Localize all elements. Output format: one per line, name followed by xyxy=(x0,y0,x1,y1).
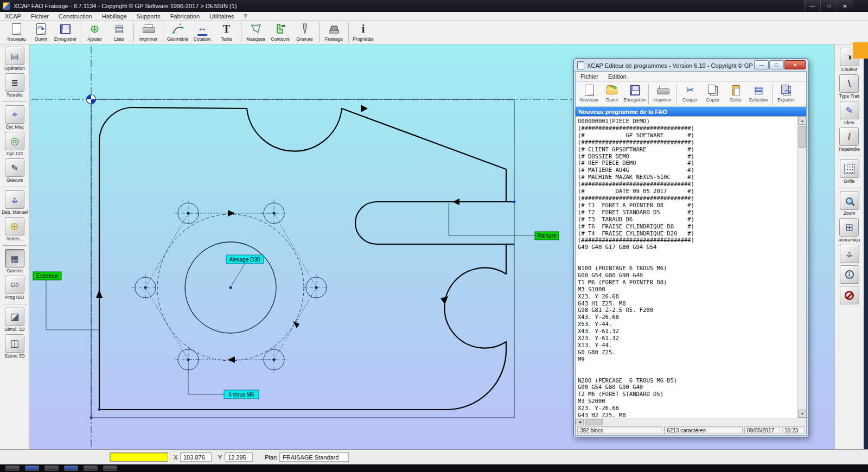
printer-icon xyxy=(657,84,668,97)
open-icon: ↷ xyxy=(36,22,46,36)
menu-fabrication[interactable]: Fabrication xyxy=(165,13,205,20)
taskbar-item[interactable] xyxy=(64,465,78,471)
tool-cyc-msq[interactable]: ⌖ Cyc Msq xyxy=(5,105,24,130)
minimize-button[interactable]: — xyxy=(804,0,820,12)
maximize-button[interactable]: □ xyxy=(820,0,837,12)
editor-restore-button[interactable]: □ xyxy=(769,60,784,69)
editor-vertical-scrollbar[interactable]: ▲ ▼ xyxy=(797,117,806,418)
geometry-icon xyxy=(172,22,184,36)
editor-export-button[interactable]: ↷ Exporter xyxy=(775,82,797,106)
tool-idem[interactable]: ✎ Idem xyxy=(840,101,859,125)
new-button[interactable]: Nouveau xyxy=(4,21,29,44)
svg-text:6 trous M6: 6 trous M6 xyxy=(228,392,254,398)
editor-selection-button[interactable]: ▤ Sélection xyxy=(747,82,770,106)
milling-button[interactable]: Fraisage xyxy=(322,21,346,44)
tool-line-type[interactable]: \ Type Trait xyxy=(839,74,859,99)
taskbar-item[interactable] xyxy=(25,465,39,471)
menu-xcap[interactable]: XCAP xyxy=(0,13,26,20)
characters-count: 6213 caractères xyxy=(664,426,743,434)
editor-titlebar[interactable]: XCAP Editeur de programmes - Version 6.1… xyxy=(575,60,807,71)
editor-print-button[interactable]: Imprimer xyxy=(651,82,674,106)
tool-panoramic[interactable]: ⊞ anoramiqu xyxy=(838,218,860,243)
redraw-info-button[interactable]: i xyxy=(840,265,859,284)
eye-info-icon: i xyxy=(840,265,859,284)
menu-construction[interactable]: Construction xyxy=(54,13,97,20)
tool-engrave[interactable]: ✎ Gravure xyxy=(5,158,24,183)
geometry-button[interactable]: Géométrie xyxy=(165,21,190,44)
dimension-button[interactable]: ↔ Cotation xyxy=(190,21,214,44)
editor-minimize-button[interactable]: — xyxy=(754,60,769,69)
open-folder-icon: ↷ xyxy=(607,84,617,97)
scroll-up-icon[interactable]: ▲ xyxy=(798,117,806,125)
menu-utilitaires[interactable]: Utilitaires xyxy=(205,13,239,20)
taskbar-item[interactable] xyxy=(103,465,117,471)
tool-turret[interactable]: ≣ Tourelle xyxy=(5,73,24,98)
add-button[interactable]: ⊕ Ajouter xyxy=(82,21,107,44)
scene-3d-icon: ◫ xyxy=(5,334,24,353)
pan-button[interactable]: ↔↕ xyxy=(840,245,859,263)
selection-page-icon: ▤ xyxy=(754,84,763,97)
scroll-thumb[interactable] xyxy=(799,126,806,148)
tool-operation[interactable]: ▤ Opération xyxy=(4,47,24,71)
print-button[interactable]: Imprimer xyxy=(136,21,161,44)
tool-zoom[interactable]: Zoom xyxy=(840,192,859,216)
editor-new-button[interactable]: Nouveau xyxy=(578,82,601,106)
contour-icon xyxy=(275,22,286,36)
editor-cut-button[interactable]: ✂ Couper xyxy=(679,82,701,106)
tool-manual-move[interactable]: ↔↕ Dep. Manuel xyxy=(2,190,28,215)
taskbar-item[interactable] xyxy=(44,465,59,471)
no-redraw-button[interactable] xyxy=(840,286,859,304)
gcode-text[interactable]: O00000001(PIECE DEMO) (#################… xyxy=(576,117,797,418)
editor-menu-fichier[interactable]: Fichier xyxy=(576,73,603,80)
tool-grid[interactable]: Grille xyxy=(840,160,859,184)
menu-habillage[interactable]: Habillage xyxy=(97,13,132,20)
tool-repaint[interactable]: / Repeindre xyxy=(839,127,860,152)
scissors-icon: ✂ xyxy=(686,84,694,97)
menu-supports[interactable]: Supports xyxy=(132,13,165,20)
svg-text:Exterieur: Exterieur xyxy=(36,273,59,279)
tool-cyc-cnt[interactable]: ◎ Cyc Cnt xyxy=(5,132,24,156)
label-exterior[interactable]: Exterieur xyxy=(33,272,61,280)
taskbar-item[interactable] xyxy=(5,465,20,471)
label-holes[interactable]: 6 trous M6 xyxy=(224,390,259,399)
label-bore[interactable]: Alesage D30 xyxy=(226,255,264,264)
editor-code-area[interactable]: O00000001(PIECE DEMO) (#################… xyxy=(576,116,806,418)
hscroll-thumb[interactable] xyxy=(585,419,603,425)
editor-save-button[interactable]: Enregistrer xyxy=(623,82,646,106)
taskbar[interactable] xyxy=(0,464,868,472)
new-page-icon xyxy=(12,22,21,36)
tool-gamme[interactable]: ▦ Gamme xyxy=(5,249,24,273)
menu-fichier[interactable]: Fichier xyxy=(26,13,54,20)
editor-horizontal-scrollbar[interactable]: ◀ xyxy=(576,418,806,425)
tool-scene-3d[interactable]: ◫ Scène 3D xyxy=(4,334,24,359)
properties-button[interactable]: i Propriétés xyxy=(351,21,375,44)
editor-open-button[interactable]: ↷ Ouvrir xyxy=(601,82,623,106)
taskbar-item[interactable] xyxy=(84,465,98,471)
editor-menu-edition[interactable]: Edition xyxy=(603,73,631,80)
tool-simul-3d[interactable]: ◪ Simul. 3D xyxy=(5,308,25,332)
editor-paste-button[interactable]: Coller xyxy=(724,82,747,106)
close-button[interactable]: ✕ xyxy=(837,0,853,12)
scroll-left-icon[interactable]: ◀ xyxy=(576,419,584,425)
masks-button[interactable]: Masques xyxy=(244,21,268,44)
text-button[interactable]: T Texte xyxy=(214,21,239,44)
tool-prog-iso[interactable]: G0 Prog ISO xyxy=(5,276,24,300)
open-button[interactable]: ↷ Ouvrir xyxy=(29,21,53,44)
turret-icon: ≣ xyxy=(5,73,24,92)
engrave-button[interactable]: Gravure xyxy=(292,21,317,44)
editor-close-button[interactable]: ✕ xyxy=(784,60,806,69)
list-button[interactable]: ▤ Liste xyxy=(107,21,131,44)
contours-button[interactable]: Contours xyxy=(268,21,292,44)
tool-others[interactable]: ⊕ Autres... xyxy=(5,217,24,241)
label-slot[interactable]: Rainure xyxy=(535,232,559,240)
menu-help[interactable]: ? xyxy=(239,13,252,20)
scroll-down-icon[interactable]: ▼ xyxy=(798,410,806,418)
program-editor-window[interactable]: XCAP Editeur de programmes - Version 6.1… xyxy=(573,58,808,437)
plan-value[interactable]: FRAISAGE Standard xyxy=(279,452,349,462)
editor-copy-button[interactable]: Copier xyxy=(701,82,724,106)
save-button[interactable]: Enregistrer xyxy=(53,21,78,44)
command-input[interactable] xyxy=(110,452,168,462)
others-icon: ⊕ xyxy=(5,217,24,235)
dimension-icon: ↔ xyxy=(197,22,207,36)
leader-bore xyxy=(232,264,245,285)
